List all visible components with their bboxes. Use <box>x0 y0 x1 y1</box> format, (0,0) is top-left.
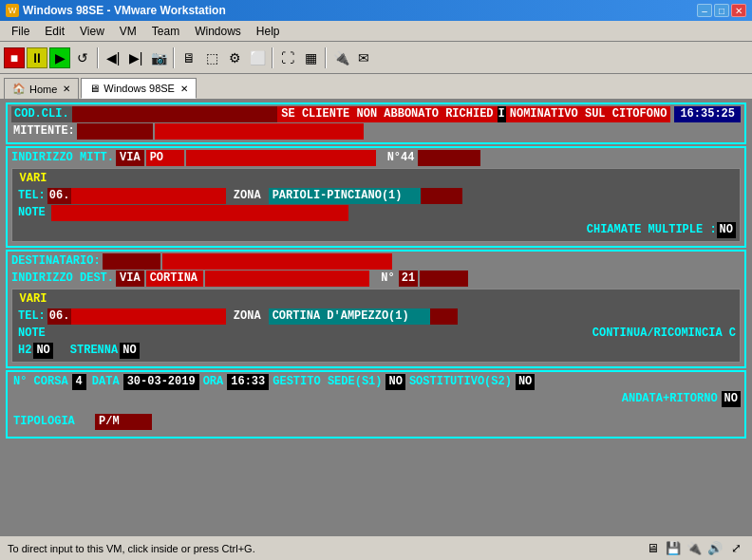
prev-button[interactable]: ◀| <box>103 47 123 68</box>
continua-label: CONTINUA/RICOMINCIA C <box>592 326 736 342</box>
resize-icon: ⤢ <box>727 540 744 557</box>
window-button[interactable]: ⬜ <box>247 47 268 68</box>
tab-home-close[interactable]: ✕ <box>63 84 70 94</box>
tel-label: TEL: <box>16 188 47 204</box>
play-button[interactable]: ▶ <box>49 47 70 68</box>
tel-num: 06. <box>47 188 72 204</box>
gestito-val: NO <box>385 374 404 390</box>
zona-field <box>421 188 462 204</box>
capture-button[interactable]: 📷 <box>148 47 169 68</box>
toolbar-separator-4 <box>325 47 327 68</box>
status-bar: To direct input to this VM, click inside… <box>0 535 752 560</box>
toolbar-separator-2 <box>173 47 175 68</box>
inner-box-2: VARI TEL: 06. ZONA CORTINA D'AMPEZZO(1) … <box>11 289 741 363</box>
tel2-label: TEL: <box>16 308 47 325</box>
terminal-content: COD.CLI. SE CLIENTE NON ABBONATO RICHIED… <box>6 103 746 439</box>
next-button[interactable]: ▶| <box>125 47 146 68</box>
zona2-label: ZONA <box>226 308 269 325</box>
h2-label: H2 <box>16 343 33 359</box>
tab-win98-close[interactable]: ✕ <box>180 84 188 94</box>
menu-view[interactable]: View <box>72 23 112 40</box>
tab-win98[interactable]: 🖥 Windows 98SE ✕ <box>81 78 197 99</box>
row-destinatario: DESTINATARIO: <box>11 253 741 270</box>
mittente-label: MITTENTE: <box>11 123 77 140</box>
pause-button[interactable]: ⏸ <box>27 47 47 68</box>
full-button[interactable]: ⛶ <box>277 47 298 68</box>
menu-edit[interactable]: Edit <box>37 23 72 40</box>
indirizzo-dest-label: INDIRIZZO DEST. <box>11 271 114 287</box>
gestito-label: GESTITO SEDE(S1) <box>269 374 385 390</box>
strenna-val: NO <box>120 343 139 359</box>
corsa-num: 4 <box>72 374 86 390</box>
tipologia-label: TIPOLOGIA <box>11 414 87 430</box>
note-label: NOTE <box>16 205 47 221</box>
row-note: NOTE <box>16 205 736 221</box>
minimize-button[interactable]: – <box>697 4 712 17</box>
tel-field <box>71 188 225 204</box>
zona2-val: CORTINA D'AMPEZZO(1) <box>269 308 430 325</box>
toolbar: ■ ⏸ ▶ ↺ ◀| ▶| 📷 🖥 ⬚ ⚙ ⬜ ⛶ ▦ 🔌 ✉ <box>0 42 752 74</box>
hdd-icon: 💾 <box>665 540 682 557</box>
menu-file[interactable]: File <box>4 23 37 40</box>
tab-home[interactable]: 🏠 Home ✕ <box>4 78 79 99</box>
row-vari2: VARI <box>16 291 736 308</box>
addr2-cortina: CORTINA <box>146 271 203 287</box>
menu-team[interactable]: Team <box>144 23 187 40</box>
snapshot-button[interactable]: 🖥 <box>179 47 199 68</box>
audio-icon: 🔊 <box>706 540 724 557</box>
menu-vm[interactable]: VM <box>112 23 144 40</box>
andata-label: ANDATA+RITORNO <box>618 391 722 407</box>
mittente-value <box>77 123 153 140</box>
row-cod-cli: COD.CLI. SE CLIENTE NON ABBONATO RICHIED… <box>11 106 741 122</box>
addr2-n-field <box>420 271 468 287</box>
row-chiamate: CHIAMATE MULTIPLE : NO <box>16 222 736 238</box>
usb-button[interactable]: 🔌 <box>330 47 351 68</box>
h2-val: NO <box>33 343 52 359</box>
row-tel: TEL: 06. ZONA PARIOLI-PINCIANO(1) <box>16 188 736 204</box>
row-tel2: TEL: 06. ZONA CORTINA D'AMPEZZO(1) <box>16 308 736 325</box>
cod-cli-value <box>72 106 278 122</box>
cursor-i: I <box>498 106 506 122</box>
tipologia-val: P/M <box>95 414 152 430</box>
chiamate-val: NO <box>717 222 736 238</box>
settings-button[interactable]: ⚙ <box>224 47 245 68</box>
note-field <box>51 205 349 221</box>
send-button[interactable]: ✉ <box>353 47 374 68</box>
menu-bar: File Edit View VM Team Windows Help <box>0 21 752 42</box>
usb-icon: 🔌 <box>686 540 703 557</box>
close-button[interactable]: ✕ <box>731 4 746 17</box>
addr-via: VIA <box>116 150 144 166</box>
stop-button[interactable]: ■ <box>4 47 25 68</box>
zona2-field <box>430 308 459 325</box>
andata-val: NO <box>722 391 741 407</box>
tab-home-label: Home <box>29 84 57 95</box>
sostitutivo-label: SOSTITUTIVO(S2) <box>405 374 516 390</box>
toolbar-separator-1 <box>97 47 99 68</box>
ora-val: 16:33 <box>227 374 269 390</box>
tab-win98-label: Windows 98SE <box>103 83 175 94</box>
addr2-field <box>205 271 370 287</box>
data-val: 30-03-2019 <box>123 374 199 390</box>
data-label: DATA <box>88 374 123 390</box>
inner-box-1: VARI TEL: 06. ZONA PARIOLI-PINCIANO(1) N… <box>11 168 741 242</box>
menu-help[interactable]: Help <box>249 23 288 40</box>
strenna-label: STRENNA <box>68 343 120 359</box>
unity-button[interactable]: ▦ <box>300 47 321 68</box>
mittente-extra <box>155 123 364 140</box>
menu-windows[interactable]: Windows <box>187 23 249 40</box>
row-indirizzo-mitt: INDIRIZZO MITT. VIA PO N°44 <box>11 150 741 166</box>
addr-n-field <box>418 150 480 166</box>
app-icon: W <box>6 4 19 17</box>
chiamate-label: CHIAMATE MULTIPLE : <box>587 222 717 238</box>
clone-button[interactable]: ⬚ <box>201 47 222 68</box>
reset-button[interactable]: ↺ <box>72 47 93 68</box>
addr-po-label: PO <box>146 150 184 166</box>
status-icons: 🖥 💾 🔌 🔊 ⤢ <box>644 540 744 557</box>
maximize-button[interactable]: □ <box>714 4 729 17</box>
tel2-num: 06. <box>47 308 72 325</box>
vm-screen[interactable]: COD.CLI. SE CLIENTE NON ABBONATO RICHIED… <box>0 99 752 535</box>
status-text: To direct input to this VM, click inside… <box>8 543 255 554</box>
network-icon: 🖥 <box>644 540 661 557</box>
time-display: 16:35:25 <box>674 106 741 122</box>
note2-label: NOTE <box>16 326 47 342</box>
